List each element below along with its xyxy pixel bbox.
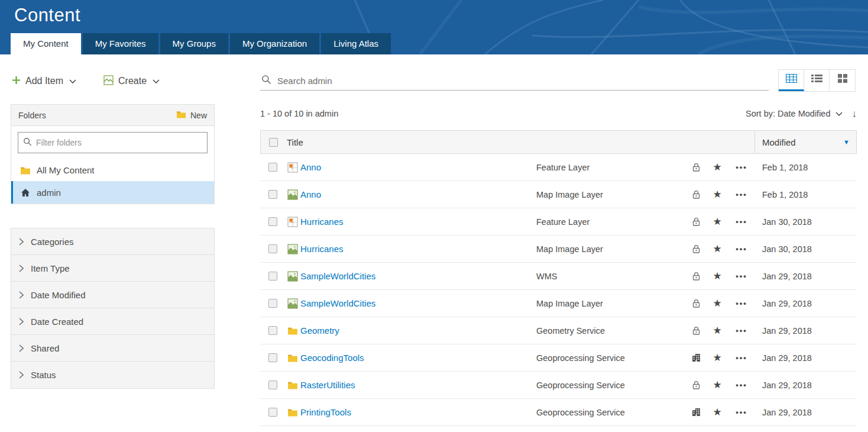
table-row: GeocodingTools Geoprocessing Service ★ •… [260,344,857,372]
folder-item-admin[interactable]: admin [11,181,214,204]
item-title-link[interactable]: PrintingTools [300,407,351,417]
more-options-button[interactable]: ••• [728,217,755,226]
table-view-button[interactable] [779,70,804,91]
favorite-star-button[interactable]: ★ [707,162,728,172]
more-options-button[interactable]: ••• [728,190,755,199]
favorite-star-button[interactable]: ★ [707,298,728,308]
favorite-star-button[interactable]: ★ [707,244,728,254]
folders-panel: Folders New [11,104,215,204]
search-input[interactable] [277,76,767,86]
sort-direction-button[interactable]: ↓ [852,109,857,119]
add-item-button[interactable]: Add Item [12,76,76,87]
favorite-star-button[interactable]: ★ [707,380,728,390]
view-toggle [778,69,856,92]
column-header-title[interactable]: Title [286,137,754,147]
item-title-cell: Hurricanes [300,244,536,254]
filter-section-date-modified[interactable]: Date Modified [11,282,214,308]
item-title-link[interactable]: Anno [300,189,321,199]
row-checkbox-cell [260,272,285,281]
more-options-button[interactable]: ••• [728,408,755,417]
modified-date: Jan 29, 2018 [755,326,857,336]
item-type-label: Feature Layer [536,163,685,172]
row-checkbox[interactable] [268,326,277,335]
filter-section-label: Shared [31,343,59,353]
filter-folders-input[interactable] [36,138,202,147]
sort-descending-icon: ▼ [843,138,850,146]
item-title-cell: SampleWorldCities [300,271,536,282]
row-checkbox[interactable] [268,353,277,362]
plus-icon [12,76,21,87]
modified-date: Jan 29, 2018 [755,381,857,390]
content-area: Add Item Create Folders [0,54,868,432]
select-all-cell [261,138,286,147]
favorite-star-button[interactable]: ★ [707,407,728,417]
sort-by-button[interactable]: Sort by: Date Modified [746,109,842,118]
items-table: Title Modified ▼ Anno Feature Layer ★ ••… [260,130,857,426]
item-title-link[interactable]: SampleWorldCities [300,271,375,281]
page-title: Content [14,5,80,26]
create-label: Create [118,76,147,86]
sidebar-actions: Add Item Create [12,71,215,91]
lock-icon [685,190,707,199]
tab-my-favorites[interactable]: My Favorites [83,33,158,54]
favorite-star-button[interactable]: ★ [707,217,728,227]
filter-section-shared[interactable]: Shared [11,335,214,362]
lock-icon [685,299,707,308]
filter-section-status[interactable]: Status [11,362,214,388]
new-folder-button[interactable]: New [176,110,207,120]
tab-my-content[interactable]: My Content [11,33,81,54]
favorite-star-button[interactable]: ★ [707,189,728,199]
more-options-button[interactable]: ••• [728,326,755,335]
item-title-link[interactable]: Anno [300,162,321,172]
filter-section-categories[interactable]: Categories [11,228,214,255]
filter-section-item-type[interactable]: Item Type [11,255,214,282]
row-checkbox[interactable] [268,299,277,308]
item-title-cell: Hurricanes [300,217,536,227]
chevron-right-icon [19,238,24,246]
filter-section-date-created[interactable]: Date Created [11,308,214,335]
create-button[interactable]: Create [103,75,160,88]
feature-layer-icon [285,217,300,227]
folder-item-all-my-content[interactable]: All My Content [11,159,214,181]
item-title-link[interactable]: Geometry [300,325,339,336]
favorite-star-button[interactable]: ★ [707,271,728,281]
row-checkbox[interactable] [268,163,277,172]
list-view-button[interactable] [804,70,830,91]
chevron-right-icon [19,265,24,272]
item-title-link[interactable]: RasterUtilities [300,380,355,390]
column-header-modified[interactable]: Modified ▼ [754,131,856,153]
tab-my-groups[interactable]: My Groups [160,33,228,54]
filter-section-label: Date Modified [31,290,86,300]
select-all-checkbox[interactable] [269,138,278,147]
table-row: PrintingTools Geoprocessing Service ★ ••… [260,399,857,426]
lock-icon [685,381,707,390]
row-checkbox[interactable] [268,217,277,226]
tab-living-atlas[interactable]: Living Atlas [321,33,391,54]
item-title-link[interactable]: SampleWorldCities [300,298,375,308]
item-title-link[interactable]: Hurricanes [300,244,344,254]
favorite-star-button[interactable]: ★ [707,353,728,363]
row-checkbox[interactable] [268,408,277,417]
table-body: Anno Feature Layer ★ ••• Feb 1, 2018 Ann… [260,154,857,426]
more-options-button[interactable]: ••• [728,381,755,389]
search-box [260,71,769,91]
grid-view-button[interactable] [830,70,855,91]
filter-section-label: Categories [31,237,74,247]
more-options-button[interactable]: ••• [728,353,755,362]
more-options-button[interactable]: ••• [728,163,755,172]
add-item-label: Add Item [25,76,63,86]
chevron-right-icon [19,371,24,379]
item-title-link[interactable]: GeocodingTools [300,353,364,363]
row-checkbox[interactable] [268,244,277,253]
row-checkbox[interactable] [268,190,277,199]
item-title-link[interactable]: Hurricanes [300,217,344,227]
more-options-button[interactable]: ••• [728,299,755,308]
tab-my-organization[interactable]: My Organization [230,33,319,54]
more-options-button[interactable]: ••• [728,244,755,253]
favorite-star-button[interactable]: ★ [707,325,728,336]
row-checkbox[interactable] [268,272,277,281]
modified-date: Feb 1, 2018 [755,163,857,172]
row-checkbox[interactable] [268,381,277,389]
more-options-button[interactable]: ••• [728,272,755,281]
item-type-label: Geoprocessing Service [536,381,685,390]
